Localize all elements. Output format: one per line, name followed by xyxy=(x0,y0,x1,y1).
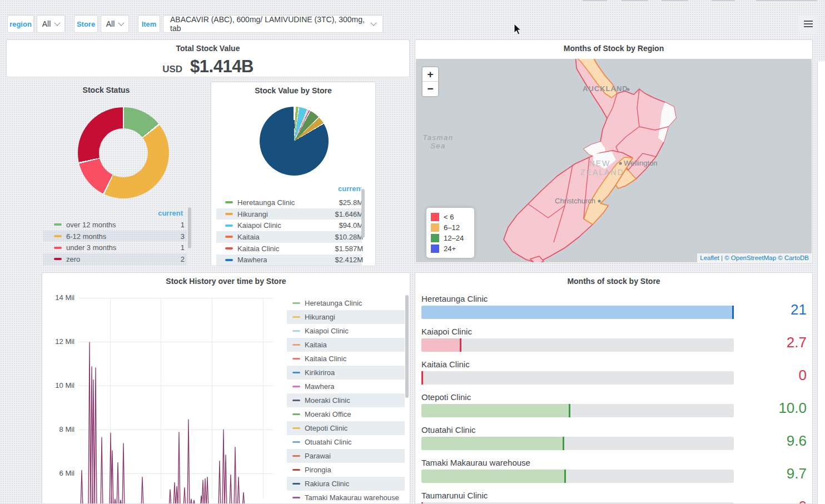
legend-item[interactable]: Mawhera $2.412M xyxy=(216,255,362,266)
legend-item[interactable]: Pirongia xyxy=(287,463,405,477)
browser-edge-artifact xyxy=(622,0,648,1)
legend-label: zero xyxy=(66,255,80,263)
legend-value: $2.412M xyxy=(335,256,363,264)
osm-link[interactable]: © OpenStreetMap xyxy=(724,255,776,261)
stock-value-pie-chart[interactable] xyxy=(260,107,329,176)
series-color-swatch xyxy=(292,330,300,332)
series-color-swatch xyxy=(225,247,233,249)
legend-value: 2 xyxy=(181,255,185,263)
store-filter-label-text: Store xyxy=(77,20,95,28)
bar-fill xyxy=(421,404,570,417)
series-color-swatch xyxy=(292,344,300,346)
store-label: Kaiapoi Clinic xyxy=(421,327,472,336)
bar-cap xyxy=(460,338,461,352)
legend-label: Pirongia xyxy=(305,466,331,474)
cut-off-panel-edge xyxy=(817,61,825,504)
legend-value: $25.8M xyxy=(339,198,363,207)
panel-title: Stock Status xyxy=(6,86,206,94)
wellington-city-dot xyxy=(619,162,622,165)
legend-item[interactable]: Kirikiriroa xyxy=(287,366,405,380)
leaflet-link[interactable]: Leaflet xyxy=(700,255,719,261)
store-filter-dropdown[interactable]: All xyxy=(101,15,129,33)
legend-item[interactable]: over 12 months 1 xyxy=(43,219,187,231)
legend-item[interactable]: Mawhera xyxy=(287,380,405,393)
y-axis-tick-label: 8 Mil xyxy=(42,425,74,433)
legend-color-swatch xyxy=(431,244,439,253)
bar-cap xyxy=(564,470,566,483)
legend-item[interactable]: Heretaunga Clinic xyxy=(287,296,405,310)
bar-track xyxy=(421,437,734,450)
legend-item[interactable]: Hikurangi xyxy=(287,310,405,324)
legend-item[interactable]: Kaitaia $10.28M xyxy=(216,231,362,243)
legend-color-swatch xyxy=(431,223,439,232)
legend-item[interactable]: Kaiapoi Clinic xyxy=(287,324,405,338)
christchurch-city-dot xyxy=(598,200,601,203)
series-color-swatch xyxy=(292,455,300,457)
map-legend: < 6 6–12 12–24 24+ xyxy=(426,208,474,258)
legend-item[interactable]: Moeraki Office xyxy=(287,407,405,421)
months-value: 21 xyxy=(791,301,807,318)
series-color-swatch xyxy=(292,358,300,360)
series-color-swatch xyxy=(292,483,300,485)
bar-track xyxy=(421,404,734,417)
series-color-swatch xyxy=(54,235,62,237)
dashboard: region All Store All Item ABACAVIR (ABC)… xyxy=(0,0,825,504)
months-value: 9.6 xyxy=(787,432,807,450)
legend-label: Tamaki Makaurau warehouse xyxy=(305,493,399,502)
legend-item[interactable]: Kaitaia Clinic xyxy=(287,352,405,366)
legend-value: $1.646M xyxy=(335,210,363,218)
legend-item[interactable]: Kaitaia xyxy=(287,338,405,352)
series-color-swatch xyxy=(292,316,300,318)
store-label: Otepoti Clinic xyxy=(421,392,471,402)
chevron-down-icon xyxy=(370,19,376,26)
panel-title: Months of stock by Store xyxy=(415,277,812,286)
carto-link[interactable]: © CartoDB xyxy=(778,255,809,261)
legend-label: Kaiapoi Clinic xyxy=(237,221,281,229)
bar-cap xyxy=(569,404,570,417)
legend-value: $94.0M xyxy=(339,221,363,229)
months-of-stock-by-region-panel: Months of Stock by Region xyxy=(415,39,813,263)
store-label: Tamaki Makaurau warehouse xyxy=(421,458,530,467)
region-filter-dropdown[interactable]: All xyxy=(37,15,65,33)
legend-item[interactable]: Tamaki Makaurau warehouse xyxy=(287,491,405,504)
legend-item[interactable]: Parawai xyxy=(287,449,405,463)
bar-gauge-row: Kaiapoi Clinic 2.7 xyxy=(415,327,812,360)
hamburger-icon xyxy=(804,21,813,22)
region-filter-label: region xyxy=(7,15,34,33)
leaflet-map[interactable]: Tasman Sea AUCKLAND Wellington Christchu… xyxy=(416,59,812,262)
scrollbar[interactable] xyxy=(188,207,191,248)
item-filter-dropdown[interactable]: ABACAVIR (ABC), 600mg/ LAMIVUDINE (3TC),… xyxy=(163,15,383,33)
stock-history-line-chart[interactable] xyxy=(78,290,279,504)
country-label: NEW ZEALAND xyxy=(580,159,619,177)
scrollbar[interactable] xyxy=(361,189,365,238)
legend-color-swatch xyxy=(431,213,439,221)
series-color-swatch xyxy=(292,400,300,401)
bar-gauge-row: Otuatahi Clinic 9.6 xyxy=(415,425,812,458)
legend-item[interactable]: Kaitaia Clinic $1.587M xyxy=(216,243,362,255)
legend-item[interactable]: 6-12 months 3 xyxy=(43,231,187,242)
legend-label: Parawai xyxy=(305,452,331,460)
scrollbar[interactable] xyxy=(405,295,409,398)
zoom-in-button[interactable]: + xyxy=(423,67,438,82)
legend-item[interactable]: zero 2 xyxy=(43,253,187,265)
legend-item[interactable]: Kaiapoi Clinic $94.0M xyxy=(216,219,362,231)
legend-item[interactable]: Moeraki Clinic xyxy=(287,393,405,407)
zoom-out-button[interactable]: − xyxy=(423,82,438,96)
series-color-swatch xyxy=(292,302,300,304)
total-value: $1.414B xyxy=(190,57,254,77)
legend-item[interactable]: Heretaunga Clinic $25.8M xyxy=(216,197,362,208)
legend-label: over 12 months xyxy=(66,221,116,229)
panel-title: Stock Value by Store xyxy=(211,86,375,95)
store-label: Heretaunga Clinic xyxy=(421,294,488,303)
legend-item[interactable]: Otuatahi Clinic xyxy=(287,435,405,449)
wellington-label: Wellington xyxy=(624,159,657,167)
panel-title: Total Stock Value xyxy=(7,44,409,53)
menu-button[interactable] xyxy=(799,15,817,33)
legend-item[interactable]: under 3 months 1 xyxy=(43,242,187,253)
legend-label: 6-12 months xyxy=(66,232,106,241)
series-color-swatch xyxy=(225,259,233,261)
legend-item[interactable]: Hikurangi $1.646M xyxy=(216,208,362,220)
legend-item[interactable]: Rakiura Clinic xyxy=(287,477,405,491)
donut-hole xyxy=(99,128,148,177)
legend-item[interactable]: Otepoti Clinic xyxy=(287,421,405,435)
